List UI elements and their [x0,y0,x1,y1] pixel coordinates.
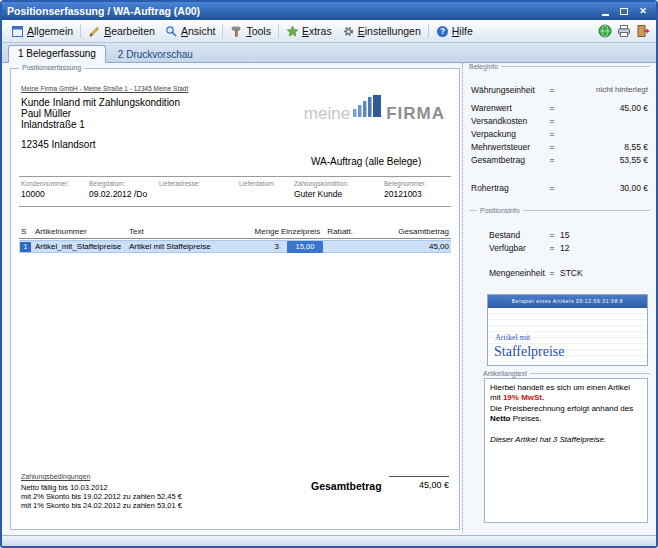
field-lieferdatum[interactable]: Lieferdatum: [239,180,275,189]
close-icon: ✕ [639,7,647,16]
langtext-segment: Die Preisberechnung erfolgt anhand des [490,404,633,413]
beleginfo-panel: Beleginfo Währungseinheit = nicht hinter… [462,63,654,533]
tab-druckvorschau[interactable]: 2 Druckvorschau [109,47,202,63]
document-total-value: 45,00 € [389,476,449,490]
address-line: Inlandstraße 1 [21,119,85,130]
info-row-waehrungseinheit: Währungseinheit = nicht hinterlegt [463,85,654,96]
article-image-text-large: Staffelpreise [494,344,565,360]
payment-terms-title: Zahlungsbedingungen [21,473,90,480]
menu-item-label: Bearbeiten [104,25,155,38]
tab-bar: 1 Belegerfassung 2 Druckvorschau [2,43,656,63]
menu-item-ansicht[interactable]: Ansicht [160,23,220,40]
menu-item-hilfe[interactable]: ? Hilfe [431,23,478,40]
artikellangtext-box[interactable]: Hierbei handelt es sich um einen Artikel… [484,378,648,523]
close-button[interactable]: ✕ [635,5,651,18]
column-header-artikelnummer[interactable]: Artikelnummer [35,227,87,236]
info-row-mehrwertsteuer: Mehrwertsteuer = 8,55 € [463,142,654,153]
menu-item-tools[interactable]: Tools [225,23,276,40]
cell-artikelnummer: Artikel_mit_Staffelpreise [35,242,121,251]
minimize-button[interactable] [597,5,613,18]
gear-icon [342,25,355,38]
field-label: Lieferadresse: [159,180,200,187]
group-label-text: Beleginfo [469,63,498,70]
group-label-positionsinfo: Positionsinfo [469,207,650,214]
field-belegnummer[interactable]: Belegnummer: 20121003 [384,180,426,199]
info-label: Warenwert [471,103,512,113]
field-zahlungskondition[interactable]: Zahlungskondition: Guter Kunde [294,180,349,199]
print-button[interactable] [617,24,631,38]
group-rule [501,66,650,67]
langtext-paragraph: Die Preisberechnung erfolgt anhand des N… [490,404,642,425]
group-rule [523,210,650,211]
menu-item-allgemein[interactable]: Allgemein [6,23,78,40]
equals-sign: = [547,183,557,193]
info-row-versandkosten: Versandkosten = [463,116,654,127]
equals-sign: = [547,116,557,126]
info-label: Mehrwertsteuer [471,142,530,152]
hammer-icon [230,25,243,38]
column-header-menge[interactable]: Menge [245,227,279,236]
equals-sign: = [547,142,557,152]
tab-belegerfassung[interactable]: 1 Belegerfassung [8,45,106,63]
globe-button[interactable] [598,24,612,38]
titlebar: Positionserfassung / WA-Auftrag (A00) ✕ [2,2,656,20]
pencil-icon [88,25,101,38]
menu-item-bearbeiten[interactable]: Bearbeiten [83,23,160,40]
info-label: Rohertrag [471,183,509,193]
article-image-text-small: Artikel mit [495,333,530,342]
menu-item-label: Hilfe [452,25,473,38]
minimize-icon [602,14,609,16]
column-header-rabatt[interactable]: Rabatt. [323,227,353,236]
cell-menge[interactable]: 3 [245,242,279,251]
logo-text-meine: meine [304,106,350,121]
equals-sign: = [547,243,557,253]
menu-item-extras[interactable]: Extras [281,23,337,40]
svg-text:?: ? [440,26,445,36]
info-value: 12 [560,243,569,253]
logo-barchart-icon [353,95,383,121]
maximize-button[interactable] [616,5,632,18]
content-area: Positionserfassung Meine Firma GmbH - Me… [2,63,656,535]
menu-separator [428,24,429,38]
address-city: 12345 Inlandsort [21,139,96,150]
exit-button[interactable] [636,24,650,38]
field-value: 20121003 [384,189,426,199]
app-window: Positionserfassung / WA-Auftrag (A00) ✕ … [0,0,658,548]
menu-separator [278,24,279,38]
group-label-beleginfo: Beleginfo [469,63,650,70]
info-label: Gesamtbetrag [471,155,525,165]
info-label: Versandkosten [471,116,527,126]
group-label-artikellangtext: Artikellangtext [483,370,650,377]
column-header-einzelpreis[interactable]: Einzelpreis [281,227,319,236]
cell-einzelpreis[interactable]: 15,00 [287,241,323,253]
column-header-gesamtbetrag[interactable]: Gesamtbetrag [389,227,449,236]
article-image: Beispiel eines Artikels 00:12:56:31:98:8… [487,294,648,366]
positionserfassung-group: Positionserfassung Meine Firma GmbH - Me… [10,68,460,530]
payment-terms-line: mit 2% Skonto bis 19.02.2012 zu zahlen 5… [21,492,182,501]
field-lieferadresse[interactable]: Lieferadresse: [159,180,200,189]
field-belegdatum[interactable]: Belegdatum: 09.02.2012 /Do [89,180,147,199]
info-row-warenwert: Warenwert = 45,00 € [463,103,654,114]
info-value: 45,00 € [620,103,648,113]
langtext-segment: Preises. [510,414,541,423]
field-kundennummer[interactable]: Kundennummer: 10000 [21,180,69,199]
langtext-highlight-bold: Netto [490,414,510,423]
info-value: 15 [560,230,569,240]
info-label: Verpackung [471,129,516,139]
menu-item-label: Tools [246,25,271,38]
window-title: Positionserfassung / WA-Auftrag (A00) [7,5,597,17]
info-row-verpackung: Verpackung = [463,129,654,140]
langtext-italic-line: Dieser Artikel hat 3 Staffelpreise. [490,435,642,445]
table-header-rule [19,238,451,239]
field-label: Kundennummer: [21,180,69,187]
menu-item-label: Ansicht [181,25,215,38]
column-header-text[interactable]: Text [129,227,144,236]
menu-item-label: Einstellungen [358,25,421,38]
document-total-label: Gesamtbetrag [311,480,382,492]
table-row[interactable]: 1 Artikel_mit_Staffelpreise Artikel mit … [19,240,451,253]
menu-item-einstellungen[interactable]: Einstellungen [337,23,426,40]
group-rule [469,210,477,211]
payment-terms-line: mit 1% Skonto bis 24.02.2012 zu zahlen 5… [21,501,182,510]
equals-sign: = [547,129,557,139]
column-header-s[interactable]: S [21,227,26,236]
